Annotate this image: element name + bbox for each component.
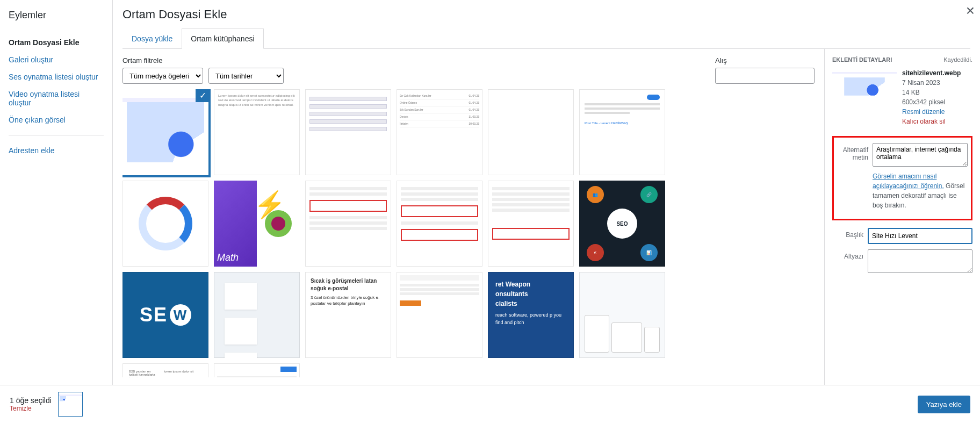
caption-input[interactable]: [868, 249, 972, 273]
sidebar-item-featured-image[interactable]: Öne çıkan görsel: [9, 111, 104, 128]
media-thumb[interactable]: B2B yazıları en kaliteli kaynaklarla bul…: [122, 363, 208, 377]
media-thumb[interactable]: SEW: [122, 272, 208, 358]
media-thumb[interactable]: [488, 89, 574, 175]
alt-help-link[interactable]: Görselin amacını nasıl açıklayacağınızı …: [873, 173, 944, 190]
close-button[interactable]: ×: [966, 3, 975, 18]
file-date: 7 Nisan 2023: [902, 79, 940, 87]
media-thumb[interactable]: [397, 272, 482, 358]
media-thumb[interactable]: [305, 89, 391, 175]
media-browser: Ortam filtrele Tüm medya ögeleri Tüm tar…: [113, 49, 824, 385]
details-heading: EKLENTİ DETAYLARI: [832, 56, 892, 63]
filter-dates[interactable]: Tüm tarihler: [208, 68, 284, 84]
media-thumb[interactable]: Post Title - Levent DEMİRBAŞ: [579, 89, 665, 175]
close-icon: ×: [966, 2, 975, 19]
details-thumbnail: [832, 68, 897, 105]
main-panel: × Ortam Dosyasi Ekle Dosya yükle Ortam k…: [113, 0, 980, 385]
media-thumb[interactable]: [488, 181, 574, 267]
media-thumb[interactable]: Math⚡: [214, 181, 300, 267]
sidebar-item-create-gallery[interactable]: Galeri oluştur: [9, 51, 104, 68]
media-thumb[interactable]: [397, 181, 482, 267]
filter-media-type[interactable]: Tüm medya ögeleri: [122, 68, 203, 84]
delete-permanently-link[interactable]: Kalıcı olarak sil: [902, 117, 961, 126]
tab-media-library[interactable]: Ortam kütüphanesi: [182, 28, 263, 49]
modal-footer: 1 öğe seçildi Temizle Yazıya ekle: [0, 385, 980, 423]
media-thumb[interactable]: ✓: [122, 89, 208, 175]
alt-text-highlight: Alternatif metin Araştırmalar, internet …: [832, 136, 972, 220]
actions-sidebar: Eylemler Ortam Dosyasi Ekle Galeri oluşt…: [0, 0, 113, 385]
sidebar-item-insert-from-url[interactable]: Adresten ekle: [9, 142, 104, 159]
title-input[interactable]: [868, 228, 972, 244]
file-name: sitehizilevent.webp: [902, 69, 961, 77]
thumbnails-scroll[interactable]: ✓ Lorem ipsum dolor sit amet consectetur…: [122, 89, 815, 377]
file-dimensions: 600x342 piksel: [902, 98, 945, 106]
attachment-details: EKLENTİ DETAYLARI Kaydedildi. sitehizile…: [824, 49, 980, 385]
modal-title: Ortam Dosyasi Ekle: [122, 8, 970, 21]
alt-text-input[interactable]: Araştırmalar, internet çağında ortalama: [873, 143, 968, 167]
title-label: Başlık: [832, 228, 863, 239]
tab-upload-files[interactable]: Dosya yükle: [122, 28, 182, 49]
upload-tabs: Dosya yükle Ortam kütüphanesi: [122, 28, 970, 49]
caption-label: Altyazı: [832, 249, 863, 260]
saved-status: Kaydedildi.: [943, 56, 972, 63]
alt-text-label: Alternatif metin: [837, 143, 868, 161]
sidebar-item-audio-playlist[interactable]: Ses oynatma listesi oluştur: [9, 68, 104, 85]
sidebar-item-video-playlist[interactable]: Video oynatma listesi oluştur: [9, 85, 104, 111]
search-input[interactable]: [715, 68, 815, 84]
file-size: 14 KB: [902, 89, 920, 96]
media-thumb[interactable]: [305, 181, 391, 267]
sidebar-item-insert-media[interactable]: Ortam Dosyasi Ekle: [9, 34, 104, 51]
selection-thumb[interactable]: [58, 392, 83, 417]
selection-count: 1 öğe seçildi: [10, 396, 52, 405]
edit-image-link[interactable]: Resmi düzenle: [902, 107, 961, 117]
media-thumb[interactable]: Lorem ipsum dolor sit amet consectetur a…: [214, 89, 300, 175]
sidebar-heading: Eylemler: [9, 10, 104, 21]
media-thumb[interactable]: [579, 272, 665, 358]
sidebar-divider: [9, 135, 104, 135]
media-thumb[interactable]: [214, 272, 300, 358]
media-thumb[interactable]: [122, 181, 208, 267]
filter-label: Ortam filtrele: [122, 56, 284, 64]
media-thumb[interactable]: En Çok Kullanılan Konular01.04.23Online …: [397, 89, 482, 175]
media-thumb[interactable]: Sıcak iş görüşmeleri latan soğuk e-posta…: [305, 272, 391, 358]
media-thumb[interactable]: SEO 👥 🔗 € 📊: [579, 181, 665, 267]
insert-into-post-button[interactable]: Yazıya ekle: [918, 396, 970, 413]
media-thumb[interactable]: ret Weapononsultantscialistsreach softwa…: [488, 272, 574, 358]
media-thumb[interactable]: [214, 363, 300, 377]
check-icon: ✓: [196, 89, 208, 102]
clear-selection[interactable]: Temizle: [10, 405, 52, 412]
search-label: Alış: [715, 56, 815, 64]
